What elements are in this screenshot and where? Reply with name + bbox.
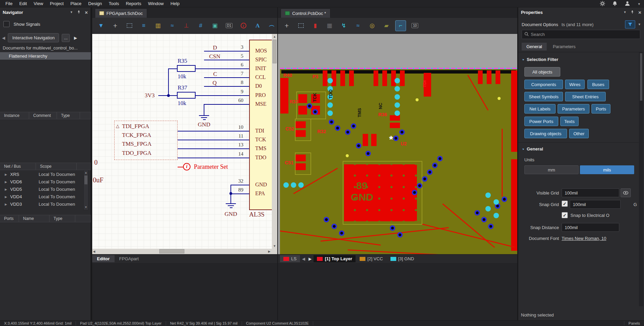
snap-grid-checkbox[interactable]: ✓ xyxy=(562,201,568,207)
visible-grid-visibility-button[interactable] xyxy=(621,188,631,197)
wire[interactable] xyxy=(204,86,249,87)
wire[interactable] xyxy=(168,68,169,96)
wire[interactable] xyxy=(204,104,249,105)
parameter-set-label[interactable]: Parameter Set xyxy=(194,163,228,170)
netbus-scrollbar[interactable]: ▲ ▼ xyxy=(83,170,88,210)
menu-project[interactable]: Project xyxy=(46,0,67,7)
expand-icon[interactable]: ▶ xyxy=(5,210,10,210)
net-label-tck-fpga[interactable]: TCK_FPGA xyxy=(122,132,151,139)
menu-edit[interactable]: Edit xyxy=(16,0,30,7)
net-label-tdo-fpga[interactable]: TDO_FPGA xyxy=(122,150,152,157)
net-row[interactable]: ▶VDD2Local To Documen xyxy=(0,208,81,210)
select-area-icon[interactable] xyxy=(296,20,306,31)
document-font-link[interactable]: Times New Roman, 10 xyxy=(562,236,606,241)
column-scope[interactable]: Scope xyxy=(36,163,77,170)
selection-filter-section-header[interactable]: ▲ Selection Filter xyxy=(522,57,558,62)
layer-scroll-left-icon[interactable]: ◀ xyxy=(302,257,305,261)
filter-sheet-entries-button[interactable]: Sheet Entries xyxy=(565,92,606,101)
layer-scroll-right-icon[interactable]: ▶ xyxy=(308,257,311,261)
scroll-up-icon[interactable]: ▲ xyxy=(272,34,277,39)
resistor-r37[interactable] xyxy=(177,92,196,99)
filter-other-button[interactable]: Other xyxy=(569,129,589,138)
power-port-icon[interactable]: ⊥ xyxy=(181,20,192,31)
scroll-left-icon[interactable]: ◀ xyxy=(93,249,95,254)
chevron-down-icon[interactable]: ▼ xyxy=(638,2,641,6)
layer-tab-gnd[interactable]: [3] GND xyxy=(387,255,418,262)
document-tab-pcbdoc[interactable]: Control.PcbDoc * xyxy=(281,8,330,18)
move-icon[interactable]: + xyxy=(281,20,292,31)
pcb-board[interactable]: 89 GND xyxy=(280,69,517,254)
net-label-q[interactable]: Q xyxy=(213,80,217,86)
filter-all-objects-button[interactable]: All objects xyxy=(524,67,560,77)
chevron-down-icon[interactable]: ▼ xyxy=(638,23,641,26)
tab-general[interactable]: General xyxy=(522,43,547,50)
wire[interactable] xyxy=(204,51,249,52)
wire[interactable] xyxy=(178,140,249,140)
filter-components-button[interactable]: Components xyxy=(524,80,563,89)
column-type2[interactable]: Type xyxy=(49,215,75,222)
wire[interactable] xyxy=(230,193,249,194)
net-label-icon[interactable]: # xyxy=(195,20,206,31)
filter-wires-button[interactable]: Wires xyxy=(565,80,585,89)
scrollbar-thumb[interactable] xyxy=(84,176,87,184)
net-row[interactable]: ▶VDD6Local To Documen xyxy=(0,178,81,185)
select-area-icon[interactable] xyxy=(124,20,135,31)
panels-button[interactable]: Panels xyxy=(624,321,644,325)
filter-parameters-button[interactable]: Parameters xyxy=(558,104,589,114)
wire[interactable] xyxy=(204,77,249,78)
arc-icon[interactable]: ( xyxy=(266,20,277,31)
net-label-c[interactable]: C xyxy=(213,71,217,78)
net-label-tdi-fpga[interactable]: TDI_FPGA xyxy=(122,123,149,130)
wire[interactable] xyxy=(178,148,249,149)
menu-file[interactable]: File xyxy=(2,0,16,7)
search-input[interactable] xyxy=(531,32,638,37)
interactive-navigation-button[interactable]: Interactive Navigation xyxy=(8,33,59,42)
filter-ports-button[interactable]: Ports xyxy=(591,104,610,114)
menu-design[interactable]: Design xyxy=(85,0,105,7)
wire[interactable] xyxy=(178,158,249,158)
filter-sheet-symbols-button[interactable]: Sheet Symbols xyxy=(524,92,563,101)
column-instance[interactable]: Instance xyxy=(0,112,29,119)
filter-buses-button[interactable]: Buses xyxy=(587,80,609,89)
wire[interactable] xyxy=(230,185,249,185)
schematic-canvas[interactable]: R35 10k R37 10k 3V3 D CSN C Q 3 5 6 7 8 … xyxy=(92,34,277,254)
scrollbar-thumb[interactable] xyxy=(159,249,184,253)
units-mils-button[interactable]: mils xyxy=(580,165,634,174)
net-row[interactable]: ▶VDD4Local To Documen xyxy=(0,193,81,200)
filter-net-labels-button[interactable]: Net Labels xyxy=(524,104,556,114)
scrollbar-thumb[interactable] xyxy=(273,40,277,63)
expand-icon[interactable]: ▶ xyxy=(5,188,10,191)
gnd-label[interactable]: GND xyxy=(223,211,238,218)
menu-tools[interactable]: Tools xyxy=(105,0,122,7)
interactive-route-icon[interactable]: ⌐ xyxy=(395,20,406,31)
column-ports[interactable]: Ports xyxy=(0,215,19,222)
horizontal-scrollbar[interactable]: ◀ ▶ xyxy=(92,249,272,254)
document-tab-schdoc[interactable]: FPGApart.SchDoc xyxy=(95,8,147,18)
general-section-header[interactable]: ▲ General xyxy=(522,146,543,151)
net-row[interactable]: ▶XRSLocal To Documen xyxy=(0,171,81,178)
wire[interactable] xyxy=(196,68,249,69)
snap-electrical-checkbox[interactable]: ✓ xyxy=(562,212,568,218)
tab-editor[interactable]: Editor xyxy=(92,255,115,262)
search-box[interactable] xyxy=(522,30,640,39)
diff-pair-icon[interactable]: ≈ xyxy=(353,20,363,31)
grid-columns-icon[interactable]: ▥ xyxy=(153,20,163,31)
units-mm-button[interactable]: mm xyxy=(524,165,579,174)
layer-set-tab[interactable]: LS xyxy=(280,255,300,262)
vertical-scrollbar[interactable]: ▲ ▼ xyxy=(272,34,277,249)
more-options-button[interactable]: ... xyxy=(62,34,70,42)
value-r35[interactable]: 10k xyxy=(178,73,186,80)
grid-icon[interactable]: ▦ xyxy=(324,20,335,31)
expand-icon[interactable]: ▶ xyxy=(5,195,10,199)
settings-gear-icon[interactable] xyxy=(600,1,605,7)
close-icon[interactable]: × xyxy=(638,10,641,15)
scroll-up-icon[interactable]: ▲ xyxy=(84,170,88,175)
expand-icon[interactable]: ▶ xyxy=(5,180,10,184)
snap-grid-input[interactable] xyxy=(570,200,621,209)
properties-scrollbar[interactable] xyxy=(639,52,643,306)
value-r37[interactable]: 10k xyxy=(178,100,186,107)
chevron-down-icon[interactable]: ▼ xyxy=(70,11,73,14)
menu-view[interactable]: View xyxy=(30,0,46,7)
layer-tab-top[interactable]: [1] Top Layer xyxy=(314,255,356,262)
directive-icon[interactable]: i xyxy=(238,20,249,31)
